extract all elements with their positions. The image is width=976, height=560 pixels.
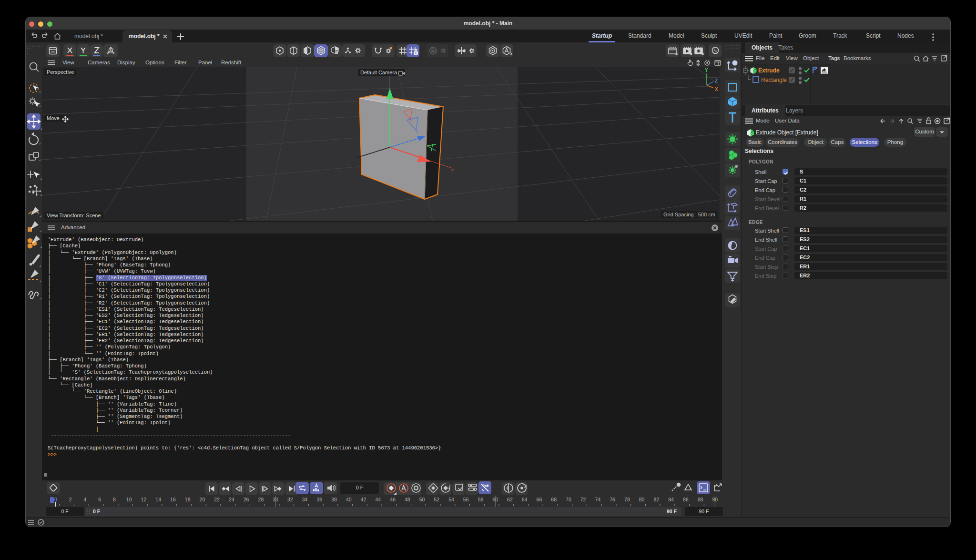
- svg-text:72: 72: [580, 497, 586, 502]
- svg-text:48: 48: [405, 497, 410, 502]
- svg-text:56: 56: [463, 497, 469, 502]
- svg-text:Z: Z: [715, 78, 718, 83]
- svg-text:32: 32: [287, 497, 293, 502]
- svg-text:36: 36: [316, 497, 322, 502]
- svg-text:42: 42: [361, 497, 366, 502]
- svg-text:20: 20: [200, 497, 205, 502]
- svg-text:62: 62: [507, 497, 513, 502]
- svg-text:40: 40: [346, 497, 352, 502]
- svg-text:58: 58: [478, 497, 484, 502]
- svg-text:84: 84: [668, 497, 674, 502]
- svg-text:X: X: [715, 87, 718, 92]
- svg-text:68: 68: [551, 497, 557, 502]
- svg-text:46: 46: [390, 497, 396, 502]
- svg-text:64: 64: [522, 497, 528, 502]
- svg-text:14: 14: [155, 497, 161, 502]
- svg-text:34: 34: [302, 497, 308, 502]
- svg-text:76: 76: [610, 497, 615, 502]
- svg-text:6: 6: [98, 497, 101, 502]
- svg-text:24: 24: [229, 497, 234, 502]
- svg-text:0: 0: [54, 497, 57, 502]
- svg-text:8: 8: [113, 497, 116, 502]
- svg-text:82: 82: [653, 497, 659, 502]
- svg-text:18: 18: [185, 497, 191, 502]
- svg-text:78: 78: [624, 497, 630, 502]
- svg-text:52: 52: [434, 497, 439, 502]
- svg-text:Extrude: Extrude: [758, 67, 780, 74]
- svg-text:86: 86: [683, 497, 689, 502]
- svg-text:Rectangle: Rectangle: [761, 77, 787, 83]
- svg-text:74: 74: [595, 497, 601, 502]
- svg-text:12: 12: [141, 497, 147, 502]
- svg-text:54: 54: [448, 497, 454, 502]
- svg-text:16: 16: [170, 497, 176, 502]
- svg-text:4: 4: [84, 497, 87, 502]
- svg-text:50: 50: [419, 497, 425, 502]
- svg-text:70: 70: [566, 497, 571, 502]
- svg-text:66: 66: [537, 497, 542, 502]
- svg-text:10: 10: [126, 497, 132, 502]
- svg-text:22: 22: [214, 497, 220, 502]
- svg-text:26: 26: [244, 497, 249, 502]
- svg-text:28: 28: [258, 497, 264, 502]
- svg-text:2: 2: [69, 497, 72, 502]
- svg-text:80: 80: [639, 497, 645, 502]
- svg-text:44: 44: [375, 497, 381, 502]
- svg-text:38: 38: [331, 497, 337, 502]
- svg-text:Y: Y: [705, 68, 708, 73]
- svg-text:88: 88: [698, 497, 703, 502]
